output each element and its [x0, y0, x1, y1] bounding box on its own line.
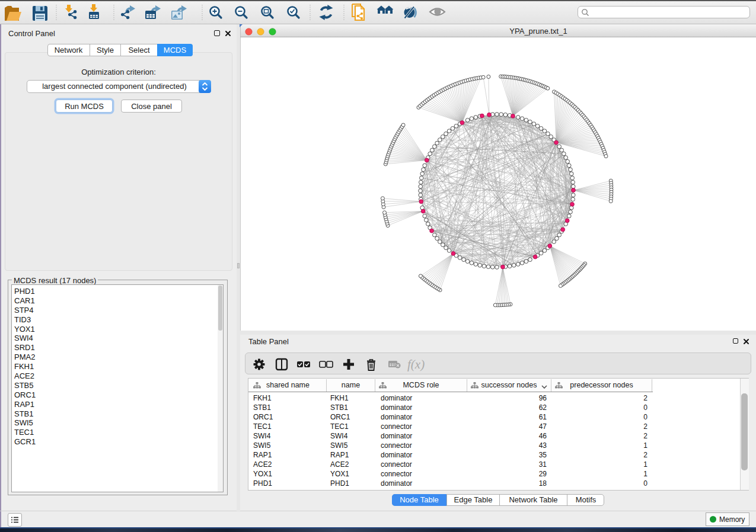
svg-text:f(x): f(x) [407, 357, 425, 371]
